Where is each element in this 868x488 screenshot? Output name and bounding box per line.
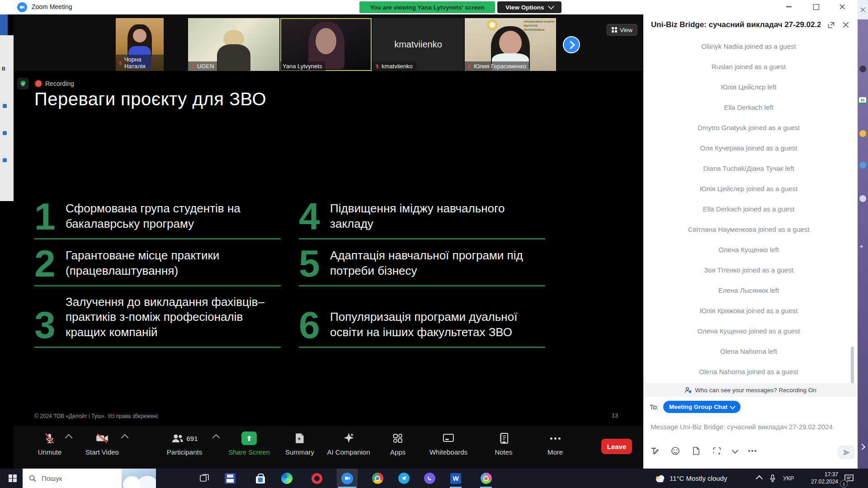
taskbar-app-files[interactable] xyxy=(220,469,241,488)
more-dots-icon xyxy=(550,432,561,445)
taskbar-clock[interactable]: 17:37 27.02.2024 xyxy=(803,471,838,485)
close-button[interactable] xyxy=(832,0,853,14)
chat-scrollbar[interactable] xyxy=(851,347,854,386)
send-message-button[interactable] xyxy=(838,446,855,459)
unmute-button[interactable]: Unmute xyxy=(38,432,62,456)
video-tile-chorna-nataliia[interactable]: Чорна Наталія xyxy=(116,18,164,71)
zoom-app-icon xyxy=(17,2,27,12)
video-tile-kmatviienko[interactable]: kmatviienko kmatviienko xyxy=(373,18,464,71)
view-options-label: View Options xyxy=(505,4,544,11)
plus-icon: + xyxy=(859,244,863,249)
taskbar-app-opera[interactable] xyxy=(307,469,327,488)
taskbar-app-zoom-active[interactable] xyxy=(337,469,358,488)
video-tile-ugen[interactable]: UGEN xyxy=(188,18,279,71)
taskbar-app-chrome[interactable] xyxy=(367,469,388,488)
chat-system-message: Юлія Цейслєр left xyxy=(643,77,854,97)
taskbar-app-edge[interactable] xyxy=(276,469,297,488)
zoom-titlebar: Zoom Meeting You are viewing Yana Lytvyn… xyxy=(0,0,868,14)
chat-privacy-notice[interactable]: Who can see your messages? Recording On xyxy=(643,383,858,397)
notes-button[interactable]: Notes xyxy=(495,432,512,456)
more-compose-chevron[interactable] xyxy=(732,447,738,453)
slide-item-text: Адаптація навчальної програми під потреб… xyxy=(330,248,523,279)
taskbar-app-telegram[interactable] xyxy=(393,469,414,488)
security-shield-icon[interactable] xyxy=(17,78,29,89)
emoji-button[interactable] xyxy=(670,446,680,456)
search-box-daily-image xyxy=(122,469,156,488)
more-button[interactable]: More xyxy=(547,432,563,456)
taskbar-app-browser-profile[interactable] xyxy=(476,469,496,488)
start-button[interactable] xyxy=(4,469,22,488)
compose-more-button[interactable] xyxy=(748,450,756,452)
participants-options-chevron[interactable] xyxy=(212,434,220,442)
video-options-chevron[interactable] xyxy=(121,434,129,442)
whiteboards-button[interactable]: Whiteboards xyxy=(429,432,467,456)
apps-button[interactable]: Apps xyxy=(390,432,406,456)
apps-icon xyxy=(392,433,403,444)
view-options-button[interactable]: View Options xyxy=(497,1,561,13)
app-icon xyxy=(225,473,236,484)
taskbar-app-viber[interactable] xyxy=(419,469,440,488)
chat-system-message: Елена Лысянюк left xyxy=(643,280,854,300)
search-input[interactable] xyxy=(41,474,115,483)
taskbar-search[interactable] xyxy=(23,469,156,488)
muted-mic-icon xyxy=(190,64,195,69)
slide-item: 1 Сформована група студентів на бакалавр… xyxy=(34,189,281,239)
weather-condition: Mostly cloudy xyxy=(686,474,727,482)
popout-chat-button[interactable] xyxy=(826,20,835,29)
chat-message-input[interactable] xyxy=(650,420,850,433)
video-strip: Чорна Наталія UGEN Yana Lytvynets kmatvi… xyxy=(14,14,643,71)
keyboard-language[interactable]: УКР xyxy=(783,475,794,482)
chat-panel: Uni-Biz Bridge: сучасний викладач 27-29.… xyxy=(643,14,858,469)
weather-temperature: 11°C xyxy=(670,474,684,482)
chat-message-list[interactable]: Oliinyk Nadiia joined as a guest Ruslan … xyxy=(643,36,854,382)
participant-name-label: Yana Lytvynets xyxy=(280,61,326,71)
audio-options-chevron[interactable] xyxy=(65,434,73,442)
summary-button[interactable]: Summary xyxy=(285,432,314,456)
avatar xyxy=(859,66,866,72)
next-participants-button[interactable] xyxy=(563,36,580,53)
notification-badge: 1 xyxy=(840,480,848,488)
background-window-edge-left: B xyxy=(0,35,14,201)
window-title: Zoom Meeting xyxy=(32,3,72,10)
leave-button[interactable]: Leave xyxy=(601,439,632,454)
video-tile-yuliia-herasymenko[interactable]: ПРОФЕСІЙНОЇ ОСВІТИ INSTITUTE PROFESSIONA… xyxy=(465,18,556,71)
close-icon xyxy=(840,4,845,9)
chat-system-message: Dmytro Gnatyuk joined as a guest xyxy=(643,117,854,138)
task-view-button[interactable] xyxy=(199,473,210,484)
ai-companion-button[interactable]: AI Companion xyxy=(327,432,370,456)
tray-expand-chevron[interactable] xyxy=(756,475,763,483)
viber-icon xyxy=(424,473,435,484)
background-window-text-fragment: B xyxy=(2,66,5,71)
background-window-edge-right-top xyxy=(858,0,868,19)
minimize-button[interactable] xyxy=(778,0,799,14)
start-video-button[interactable]: Start Video xyxy=(85,432,119,456)
close-icon xyxy=(843,22,849,28)
to-label: To: xyxy=(650,403,659,411)
chevron-down-icon xyxy=(548,3,554,9)
chat-system-message: Ruslan joined as a guest xyxy=(643,56,854,77)
maximize-button[interactable] xyxy=(806,0,826,14)
taskbar-app-store[interactable] xyxy=(250,469,271,488)
clock-date: 27.02.2024 xyxy=(803,478,838,485)
tray-mic-icon[interactable] xyxy=(769,474,776,483)
close-chat-button[interactable] xyxy=(841,20,850,29)
attach-file-button[interactable] xyxy=(691,446,701,456)
taskbar-app-word[interactable]: W xyxy=(445,469,466,488)
person-icon xyxy=(859,195,866,202)
taskbar-weather[interactable]: 11°C Mostly cloudy xyxy=(655,469,727,488)
slide-item-number: 6 xyxy=(299,310,330,340)
screenshot-button[interactable] xyxy=(712,446,722,456)
maximize-icon xyxy=(813,4,819,10)
slide-item: 5 Адаптація навчальної програми під потр… xyxy=(299,239,545,286)
share-screen-button[interactable]: Share Screen xyxy=(228,432,270,456)
video-tile-yana-lytvynets[interactable]: Yana Lytvynets xyxy=(280,18,372,71)
view-layout-button[interactable]: View xyxy=(607,24,637,36)
chat-system-message: Oliinyk Nadiia joined as a guest xyxy=(643,36,854,56)
slide-copyright: © 2024 ТОВ «Делойт і Туш». Усі права збе… xyxy=(34,413,159,419)
recipient-selector[interactable]: Meeting Group Chat xyxy=(663,401,741,413)
format-text-button[interactable] xyxy=(650,446,660,456)
slide-item-number: 3 xyxy=(34,310,66,340)
compose-toolbar xyxy=(650,446,756,456)
participants-button[interactable]: 691 Participants xyxy=(167,432,202,456)
shared-screen-area: Recording Переваги проєкту для ЗВО 1 Сфо… xyxy=(14,71,643,426)
